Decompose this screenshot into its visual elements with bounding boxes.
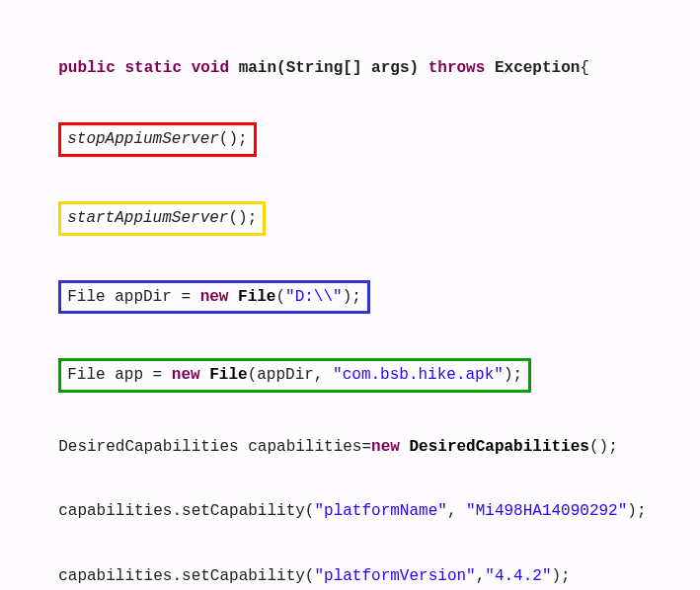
method-signature-line: public static void main(String[] args) t… (39, 37, 661, 79)
str-version: "4.4.2" (485, 567, 551, 585)
line-file-appdir: File appDir = new File("D:\\"); (39, 259, 661, 315)
type-file2: File (238, 288, 275, 306)
type-desiredcaps: DesiredCapabilities (58, 438, 238, 456)
highlight-yellow: startAppiumServer(); (58, 201, 266, 236)
call-start-appium: startAppiumServer (67, 209, 228, 227)
highlight-blue: File appDir = new File("D:\\"); (58, 280, 370, 315)
highlight-green: File app = new File(appDir, "com.bsb.hik… (58, 358, 531, 393)
line-stop-appium: stopAppiumServer(); (39, 103, 661, 158)
type-desiredcaps2: DesiredCapabilities (409, 438, 588, 456)
line-cap-platformversion: capabilities.setCapability("platformVers… (39, 546, 661, 587)
str-dpath: "D:\\" (285, 288, 343, 306)
kw-void: void (192, 59, 229, 77)
open-brace: { (580, 59, 589, 77)
kw-new: new (200, 288, 229, 306)
kw-throws: throws (428, 59, 486, 77)
type-file2: File (209, 366, 247, 384)
var-app: app = (106, 366, 172, 384)
call-close: (); (219, 130, 248, 148)
type-file: File (67, 288, 105, 306)
var-appdir: appDir = (106, 288, 200, 306)
var-caps: capabilities= (239, 438, 371, 456)
call-close: (); (228, 209, 257, 227)
type-file: File (67, 366, 105, 384)
line-file-app: File app = new File(appDir, "com.bsb.hik… (39, 337, 661, 393)
method-params: (String[] args) (276, 59, 419, 77)
str-apk: "com.bsb.hike.apk" (333, 366, 504, 384)
line-cap-platformname: capabilities.setCapability("platformName… (39, 481, 661, 523)
method-main: main (239, 59, 276, 77)
call-stop-appium: stopAppiumServer (67, 130, 219, 148)
kw-static: static (124, 59, 182, 77)
kw-new: new (371, 438, 400, 456)
str-platformname: "platformName" (314, 502, 446, 520)
line-start-appium: startAppiumServer(); (39, 181, 661, 236)
kw-new: new (172, 366, 200, 384)
kw-public: public (58, 59, 116, 77)
type-exception: Exception (495, 59, 580, 77)
str-platformversion: "platformVersion" (314, 567, 475, 585)
line-desired-caps: DesiredCapabilities capabilities=new Des… (39, 416, 661, 458)
str-deviceid: "Mi498HA14090292" (466, 502, 627, 520)
highlight-red: stopAppiumServer(); (58, 122, 256, 157)
